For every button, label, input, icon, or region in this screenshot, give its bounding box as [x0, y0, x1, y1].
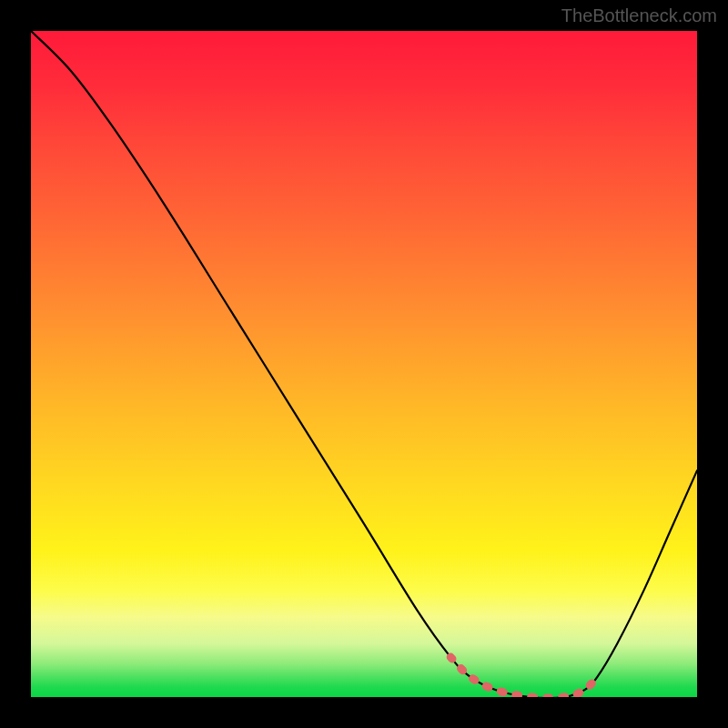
watermark-text: TheBottleneck.com	[561, 5, 717, 26]
plot-area	[31, 31, 697, 697]
chart-svg	[31, 31, 697, 697]
bottom-highlight	[450, 657, 597, 697]
bottleneck-curve	[31, 31, 697, 697]
